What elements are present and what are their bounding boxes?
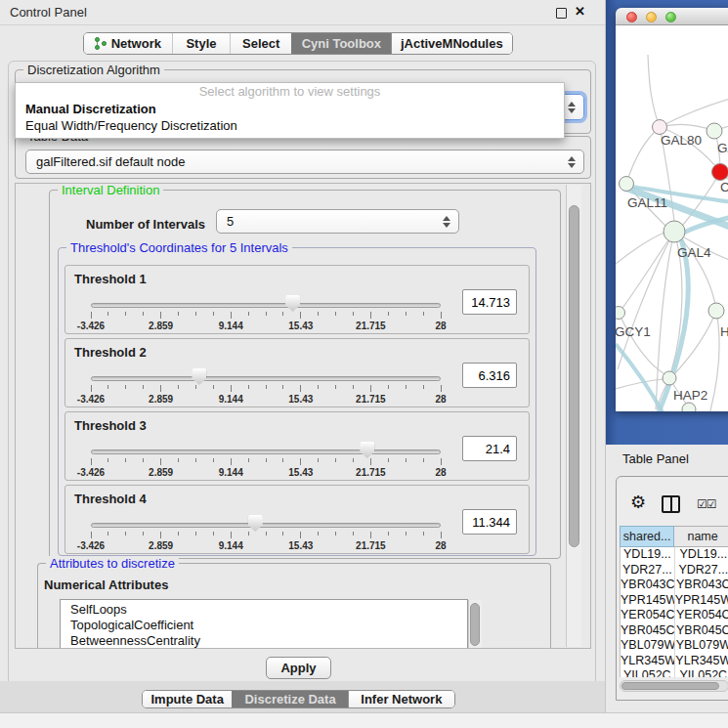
list-item-topologicalcoefficient[interactable]: TopologicalCoefficient (61, 618, 467, 633)
network-node-gcy1[interactable] (616, 307, 625, 320)
network-node-h[interactable] (708, 303, 724, 319)
tick-mark (300, 458, 301, 465)
slider-track[interactable] (91, 450, 441, 454)
apply-button[interactable]: Apply (266, 657, 331, 679)
slider-track[interactable] (91, 376, 441, 381)
tick-mark (248, 458, 249, 462)
table-row[interactable]: YIL052CYIL052C (621, 668, 728, 677)
threshold-value-input[interactable] (462, 509, 517, 535)
tick-mark (195, 312, 196, 316)
tick-label: 2.859 (132, 540, 191, 551)
tab-select[interactable]: Select (230, 33, 291, 54)
tick-mark (213, 458, 214, 462)
column-header-shared-name[interactable]: shared... (620, 526, 674, 547)
minimize-window-icon[interactable] (646, 12, 657, 22)
tick-label: 15.43 (272, 321, 330, 331)
network-node[interactable] (682, 403, 696, 411)
settings-pane-scrollbar[interactable] (566, 185, 581, 647)
network-icon (95, 37, 107, 50)
tick-mark (178, 385, 179, 389)
slider-thumb[interactable] (192, 368, 206, 385)
threshold-slider[interactable]: -3.4262.8599.14415.4321.71528 (65, 368, 529, 407)
tab-label: Style (186, 36, 216, 51)
threshold-slider[interactable]: -3.4262.8599.14415.4321.71528 (65, 295, 529, 334)
table-row[interactable]: YBR045CYBR045C (621, 623, 728, 639)
cell-name: YLR345W (675, 654, 728, 669)
threshold-slider[interactable]: -3.4262.8599.14415.4321.71528 (65, 442, 529, 481)
network-node-gal4[interactable] (664, 221, 685, 242)
table-row[interactable]: YER054CYER054C (621, 608, 728, 623)
number-of-intervals-label: Number of Intervals (86, 217, 205, 232)
slider-track[interactable] (91, 303, 441, 308)
threshold-slider[interactable]: -3.4262.8599.14415.4321.71528 (65, 515, 529, 554)
slider-track[interactable] (91, 523, 441, 528)
table-body[interactable]: YDL19...YDL19...YDR27...YDR27...YBR043CY… (620, 547, 728, 677)
network-node-gal11[interactable] (620, 177, 634, 192)
network-edge (618, 232, 674, 369)
dropdown-option-manual-discretization[interactable]: Manual Discretization (16, 101, 564, 117)
list-item-selfloops[interactable]: SelfLoops (61, 602, 467, 618)
number-of-intervals-combobox[interactable]: 5 (216, 209, 459, 234)
tick-mark (231, 385, 232, 392)
table-row[interactable]: YPR145WYPR145W (621, 593, 728, 609)
select-columns-icon[interactable]: ☑☑ (697, 497, 716, 511)
scrollbar-thumb[interactable] (569, 205, 579, 547)
table-data-combobox[interactable]: galFiltered.sif default node (25, 150, 584, 174)
tab-network[interactable]: Network (84, 33, 172, 54)
table-horizontal-scrollbar[interactable] (620, 680, 728, 692)
table-row[interactable]: YDL19...YDL19... (621, 547, 728, 563)
split-view-icon[interactable] (662, 495, 680, 513)
tick-mark (143, 458, 144, 462)
column-header-name[interactable]: name (674, 526, 728, 547)
slider-thumb[interactable] (248, 515, 263, 532)
control-panel-titlebar: Control Panel ✕ (0, 0, 605, 25)
bottom-tab-discretize-data[interactable]: Discretize Data (232, 691, 347, 707)
slider-thumb[interactable] (360, 442, 374, 458)
threshold-title: Threshold 4 (74, 492, 147, 506)
network-edge (709, 311, 719, 411)
table-row[interactable]: YBL079WYBL079W (621, 638, 728, 654)
tick-label: -3.426 (62, 321, 120, 331)
threshold-value-input[interactable] (462, 436, 517, 461)
attributes-group: Attributes to discretize Numerical Attri… (37, 563, 551, 649)
attributes-list-scrollbar[interactable] (468, 600, 482, 649)
scrollbar-thumb[interactable] (470, 603, 480, 646)
tab-style[interactable]: Style (172, 33, 231, 54)
settings-gear-icon[interactable]: ⚙ (630, 493, 646, 511)
status-strip (0, 712, 728, 728)
float-panel-icon[interactable] (556, 8, 567, 19)
slider-thumb[interactable] (285, 295, 300, 312)
dropdown-option-equal-width-frequency[interactable]: Equal Width/Frequency Discretization (16, 117, 564, 134)
tick-mark (160, 385, 161, 392)
network-window-titlebar[interactable] (616, 8, 728, 25)
numerical-attributes-list[interactable]: SelfLoopsTopologicalCoefficientBetweenne… (60, 599, 468, 649)
network-canvas[interactable]: GAL80GACGAL11GAL4GCY1HHAP2 (616, 25, 728, 411)
table-row[interactable]: YBR043CYBR043C (621, 578, 728, 593)
tick-mark (231, 312, 232, 319)
tick-mark (266, 312, 267, 316)
network-node-c[interactable] (712, 164, 728, 181)
network-view-window[interactable]: GAL80GACGAL11GAL4GCY1HHAP2 (616, 8, 728, 411)
cell-shared-name: YLR345W (621, 654, 675, 669)
tab-jactivemnodules[interactable]: jActiveMNodules (391, 33, 512, 54)
tick-mark (213, 532, 214, 535)
close-window-icon[interactable] (626, 12, 637, 22)
combo-arrows-icon (443, 216, 450, 228)
threshold-value-input[interactable] (462, 363, 517, 388)
zoom-window-icon[interactable] (665, 12, 676, 22)
tab-cyni-toolbox[interactable]: Cyni Toolbox (291, 33, 391, 54)
network-node-hap2[interactable] (663, 371, 676, 385)
threshold-value-input[interactable] (462, 289, 517, 315)
bottom-tab-infer-network[interactable]: Infer Network (348, 691, 454, 707)
list-item-betweennesscentrality[interactable]: BetweennessCentrality (61, 633, 467, 649)
bottom-tab-impute-data[interactable]: Impute Data (143, 691, 232, 707)
table-row[interactable]: YLR345WYLR345W (621, 654, 728, 669)
threshold-panel: Threshold 2-3.4262.8599.14415.4321.71528 (64, 338, 530, 407)
network-node-label: GAL80 (661, 133, 702, 148)
table-row[interactable]: YDR27...YDR27... (621, 563, 728, 578)
tick-mark (388, 458, 389, 462)
scrollbar-thumb[interactable] (621, 682, 719, 690)
close-panel-icon[interactable]: ✕ (575, 4, 585, 19)
network-node-ga[interactable] (707, 123, 722, 139)
cell-name: YBL079W (675, 638, 728, 654)
